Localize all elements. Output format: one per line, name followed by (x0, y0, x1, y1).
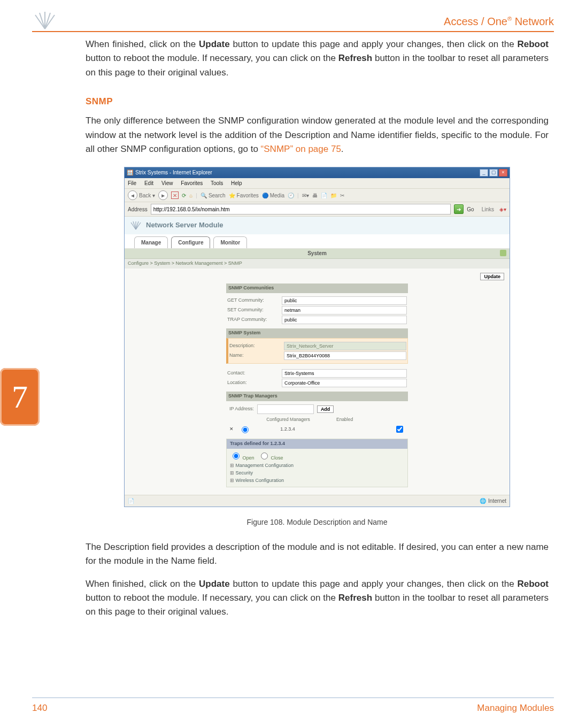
subtab-bar: System (125, 249, 510, 259)
links-label: Links (482, 205, 494, 214)
page-refresh-icon[interactable] (500, 250, 506, 256)
paragraph-3: The Description field provides a descrip… (86, 540, 549, 569)
trap-tree-security[interactable]: Security (230, 470, 404, 477)
logo-icon (32, 10, 58, 30)
links-icon[interactable]: ◈▾ (499, 205, 506, 214)
name-label: Name: (229, 352, 281, 359)
name-input[interactable] (284, 351, 406, 360)
trap-tree-mgmt[interactable]: Management Configuration (230, 462, 404, 470)
set-community-label: SET Community: (227, 306, 279, 314)
globe-icon: 🌐 (480, 497, 486, 505)
minimize-button[interactable]: _ (480, 169, 488, 177)
media-button[interactable]: 🔵 Media (262, 191, 284, 200)
reboot-keyword-2: Reboot (517, 579, 549, 589)
update-button[interactable]: Update (480, 273, 504, 280)
ie-menubar: File Edit View Favorites Tools Help (125, 178, 510, 189)
close-button[interactable]: × (499, 169, 507, 177)
svg-line-3 (40, 13, 45, 29)
menu-file[interactable]: File (128, 180, 136, 186)
chapter-tab: 7 (0, 368, 40, 426)
subtab-system[interactable]: System (307, 249, 327, 258)
snmp-cross-ref-link[interactable]: “SNMP” on page 75 (261, 144, 341, 154)
cut-button[interactable]: ✂ (340, 191, 344, 200)
group-communities-head: SNMP Communities (226, 283, 408, 293)
menu-tools[interactable]: Tools (211, 180, 223, 186)
menu-view[interactable]: View (161, 180, 173, 186)
stop-button[interactable]: ✕ (171, 191, 179, 199)
back-button[interactable]: ◄Back ▾ (128, 190, 155, 200)
group-trapmgr-head: SNMP Trap Managers (226, 392, 408, 401)
app-title: Network Server Module (146, 220, 223, 231)
ie-title-text: Strix Systems - Internet Explorer (135, 168, 477, 177)
maximize-button[interactable]: ▢ (489, 169, 498, 177)
section-title: Managing Modules (477, 701, 554, 715)
ie-window: 🪟 Strix Systems - Internet Explorer _ ▢ … (124, 167, 510, 507)
refresh-keyword-2: Refresh (338, 593, 372, 603)
ie-app-icon: 🪟 (127, 168, 133, 177)
history-button[interactable]: 🕘 (288, 191, 294, 200)
mail-button[interactable]: ✉▾ (302, 191, 309, 200)
group-system-head: SNMP System (226, 328, 408, 338)
svg-line-7 (136, 223, 141, 229)
paragraph-4: When finished, click on the Update butto… (86, 577, 549, 619)
paragraph-2: The only difference between the SNMP con… (86, 114, 549, 156)
ie-titlebar: 🪟 Strix Systems - Internet Explorer _ ▢ … (125, 167, 510, 178)
print-button[interactable]: 🖶 (312, 191, 318, 200)
col-configured-managers: Configured Managers (251, 416, 326, 423)
get-community-label: GET Community: (227, 297, 279, 304)
address-input[interactable] (151, 204, 451, 214)
edit-button[interactable]: 📄 (321, 191, 327, 200)
select-manager-radio[interactable] (242, 426, 249, 433)
contact-input[interactable] (282, 369, 407, 378)
trap-manager-row: ✕ 1.2.3.4 (229, 424, 405, 434)
tab-manage[interactable]: Manage (134, 236, 168, 249)
snmp-heading: SNMP (86, 95, 549, 109)
figure-screenshot: 🪟 Strix Systems - Internet Explorer _ ▢ … (86, 167, 549, 507)
paragraph-1: When finished, click on the Update butto… (86, 37, 549, 80)
home-button[interactable]: ⌂ (189, 191, 192, 200)
description-label: Description: (229, 342, 281, 350)
go-label: Go (467, 205, 474, 214)
trap-tree-wireless[interactable]: Wireless Configuration (230, 477, 404, 485)
app-logo-icon (130, 220, 142, 230)
delete-manager-icon[interactable]: ✕ (229, 426, 234, 433)
doc-header: Access / One® Network (32, 10, 554, 32)
update-keyword: Update (199, 39, 230, 49)
zone-label: Internet (488, 497, 506, 505)
manager-ip: 1.2.3.4 (256, 426, 320, 433)
reboot-keyword: Reboot (517, 39, 549, 49)
brand-title: Access / One® Network (444, 13, 554, 30)
svg-line-9 (136, 221, 138, 229)
tab-monitor[interactable]: Monitor (213, 236, 247, 249)
manager-enabled-checkbox[interactable] (396, 426, 403, 433)
go-button[interactable]: ➔ (454, 204, 464, 214)
trap-community-label: TRAP Community: (227, 316, 279, 324)
menu-favorites[interactable]: Favorites (181, 180, 203, 186)
trap-community-input[interactable] (282, 316, 407, 324)
get-community-input[interactable] (282, 296, 407, 305)
page-number: 140 (32, 701, 47, 715)
ip-address-input[interactable] (257, 404, 314, 414)
add-button[interactable]: Add (317, 405, 334, 413)
traps-head: Traps defined for 1.2.3.4 (227, 439, 407, 449)
location-input[interactable] (282, 379, 407, 387)
traps-close-option[interactable]: Close (258, 455, 283, 461)
traps-panel: Traps defined for 1.2.3.4 Open Close Man… (226, 439, 408, 487)
set-community-input[interactable] (282, 306, 407, 315)
ie-statusbar: 📄 🌐 Internet (125, 495, 510, 507)
traps-open-option[interactable]: Open (230, 455, 255, 461)
menu-edit[interactable]: Edit (144, 180, 153, 186)
search-button[interactable]: 🔍 Search (201, 191, 226, 200)
folder-button[interactable]: 📁 (330, 191, 337, 200)
favorites-button[interactable]: ⭐ Favorites (229, 191, 259, 200)
address-label: Address (128, 205, 148, 214)
tab-configure[interactable]: Configure (171, 236, 210, 249)
refresh-tb-button[interactable]: ⟳ (182, 191, 186, 200)
ip-address-label: IP Address: (229, 405, 254, 413)
menu-help[interactable]: Help (231, 180, 242, 186)
svg-line-1 (35, 15, 45, 29)
svg-line-8 (133, 221, 136, 229)
forward-button[interactable]: ► (158, 190, 168, 200)
svg-line-2 (45, 15, 55, 29)
breadcrumb: Configure > System > Network Management … (125, 259, 510, 269)
